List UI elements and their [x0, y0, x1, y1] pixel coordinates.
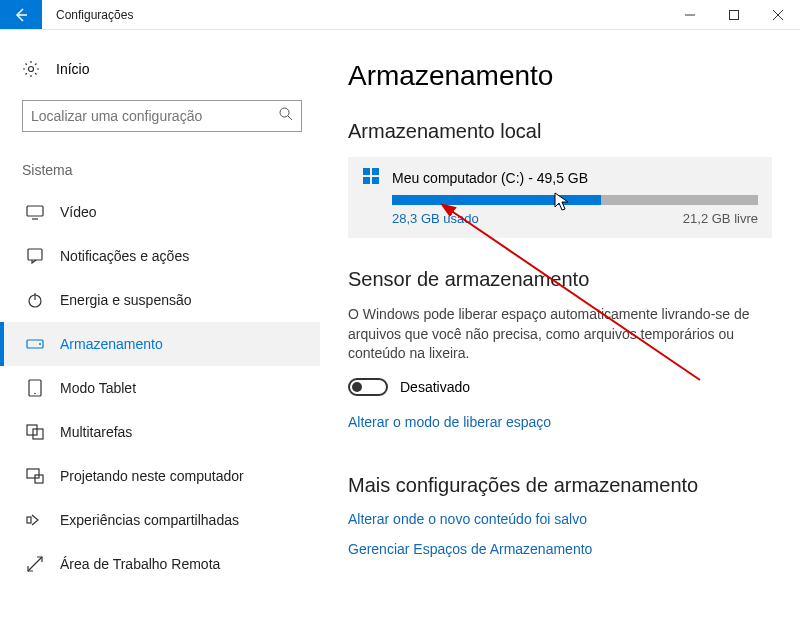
- sidebar-item-label: Modo Tablet: [60, 380, 136, 396]
- sidebar-item-tablet[interactable]: Modo Tablet: [0, 366, 320, 410]
- main-pane: Armazenamento Armazenamento local Meu co…: [320, 30, 800, 617]
- sidebar-item-multitask[interactable]: Multitarefas: [0, 410, 320, 454]
- storage-bar-fill: [392, 195, 601, 205]
- more-settings-title: Mais configurações de armazenamento: [348, 474, 772, 497]
- sidebar-item-power[interactable]: Energia e suspensão: [0, 278, 320, 322]
- sidebar: Início Sistema Vídeo Notificações e açõe…: [0, 30, 320, 617]
- close-icon: [773, 10, 783, 20]
- back-button[interactable]: [0, 0, 42, 29]
- sidebar-item-video[interactable]: Vídeo: [0, 190, 320, 234]
- sidebar-item-remote[interactable]: Área de Trabalho Remota: [0, 542, 320, 586]
- storage-bar: [392, 195, 758, 205]
- svg-point-16: [34, 393, 36, 395]
- svg-rect-21: [27, 517, 31, 523]
- svg-rect-10: [28, 249, 42, 260]
- maximize-icon: [729, 10, 739, 20]
- sidebar-item-label: Notificações e ações: [60, 248, 189, 264]
- drive-name: Meu computador (C:) - 49,5 GB: [392, 170, 588, 186]
- toggle-state-label: Desativado: [400, 379, 470, 395]
- svg-line-22: [28, 557, 42, 571]
- svg-point-5: [29, 67, 34, 72]
- sidebar-home[interactable]: Início: [0, 60, 320, 100]
- multitask-icon: [26, 423, 44, 441]
- minimize-button[interactable]: [668, 0, 712, 29]
- sensor-description: O Windows pode liberar espaço automatica…: [348, 305, 772, 364]
- sidebar-item-label: Projetando neste computador: [60, 468, 244, 484]
- toggle-switch[interactable]: [348, 378, 388, 396]
- svg-point-6: [280, 108, 289, 117]
- sidebar-item-label: Área de Trabalho Remota: [60, 556, 220, 572]
- sidebar-item-notifications[interactable]: Notificações e ações: [0, 234, 320, 278]
- manage-storage-spaces-link[interactable]: Gerenciar Espaços de Armazenamento: [348, 541, 772, 557]
- close-button[interactable]: [756, 0, 800, 29]
- sensor-toggle[interactable]: Desativado: [348, 378, 772, 396]
- svg-rect-25: [363, 177, 370, 184]
- change-free-mode-link[interactable]: Alterar o modo de liberar espaço: [348, 414, 772, 430]
- svg-rect-23: [363, 168, 370, 175]
- svg-rect-2: [730, 10, 739, 19]
- sidebar-home-label: Início: [56, 61, 89, 77]
- search-icon: [279, 107, 293, 125]
- shared-icon: [26, 511, 44, 529]
- search-input-wrapper[interactable]: [22, 100, 302, 132]
- window-title: Configurações: [42, 0, 133, 29]
- storage-icon: [26, 335, 44, 353]
- svg-rect-26: [372, 177, 379, 184]
- page-title: Armazenamento: [348, 60, 772, 92]
- titlebar: Configurações: [0, 0, 800, 30]
- sidebar-category: Sistema: [0, 162, 320, 190]
- svg-rect-18: [33, 429, 43, 439]
- windows-drive-icon: [362, 167, 380, 189]
- notification-icon: [26, 247, 44, 265]
- remote-icon: [26, 555, 44, 573]
- sidebar-item-label: Multitarefas: [60, 424, 132, 440]
- svg-rect-19: [27, 469, 39, 478]
- minimize-icon: [685, 10, 695, 20]
- change-save-location-link[interactable]: Alterar onde o novo conteúdo foi salvo: [348, 511, 772, 527]
- power-icon: [26, 291, 44, 309]
- sidebar-item-label: Armazenamento: [60, 336, 163, 352]
- svg-rect-24: [372, 168, 379, 175]
- storage-free: 21,2 GB livre: [683, 211, 758, 226]
- svg-point-14: [39, 343, 41, 345]
- sidebar-item-shared[interactable]: Experiências compartilhadas: [0, 498, 320, 542]
- sidebar-item-label: Experiências compartilhadas: [60, 512, 239, 528]
- sidebar-item-label: Vídeo: [60, 204, 97, 220]
- search-input[interactable]: [31, 108, 279, 124]
- sidebar-item-label: Energia e suspensão: [60, 292, 192, 308]
- local-storage-title: Armazenamento local: [348, 120, 772, 143]
- sidebar-item-storage[interactable]: Armazenamento: [0, 322, 320, 366]
- display-icon: [26, 203, 44, 221]
- project-icon: [26, 467, 44, 485]
- maximize-button[interactable]: [712, 0, 756, 29]
- tablet-icon: [26, 379, 44, 397]
- drive-card[interactable]: Meu computador (C:) - 49,5 GB 28,3 GB us…: [348, 157, 772, 238]
- gear-icon: [22, 60, 40, 78]
- svg-line-7: [288, 116, 292, 120]
- storage-used: 28,3 GB usado: [392, 211, 479, 226]
- sidebar-item-projecting[interactable]: Projetando neste computador: [0, 454, 320, 498]
- svg-rect-8: [27, 206, 43, 216]
- svg-rect-17: [27, 425, 37, 435]
- arrow-left-icon: [13, 7, 29, 23]
- sensor-title: Sensor de armazenamento: [348, 268, 772, 291]
